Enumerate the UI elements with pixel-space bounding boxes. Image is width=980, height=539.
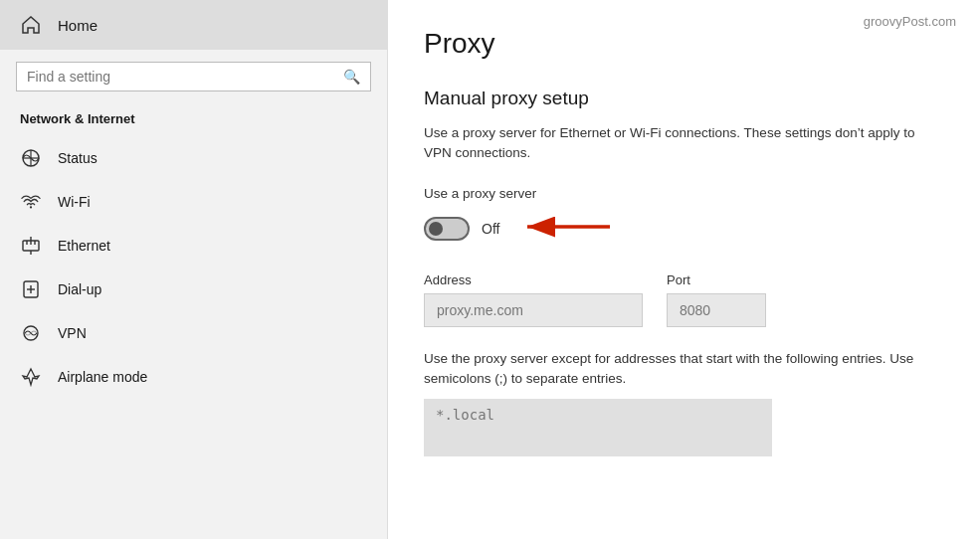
address-input[interactable] [424, 293, 643, 327]
ethernet-icon [20, 235, 42, 257]
proxy-toggle[interactable] [424, 217, 470, 241]
ethernet-label: Ethernet [58, 238, 110, 254]
toggle-thumb [429, 222, 443, 236]
proxy-description: Use a proxy server for Ethernet or Wi-Fi… [424, 123, 944, 164]
section-label: Network & Internet [0, 103, 387, 136]
dialup-label: Dial-up [58, 281, 101, 297]
port-field-group: Port [667, 272, 766, 327]
watermark: groovyPost.com [864, 14, 956, 29]
page-title: Proxy [424, 28, 944, 60]
vpn-icon [20, 322, 42, 344]
dialup-icon [20, 278, 42, 300]
sidebar-item-status[interactable]: Status [0, 136, 387, 180]
sidebar-item-dialup[interactable]: Dial-up [0, 268, 387, 311]
toggle-track [424, 217, 470, 241]
address-label: Address [424, 272, 643, 287]
toggle-label: Use a proxy server [424, 186, 944, 201]
home-icon [20, 14, 42, 36]
home-nav-item[interactable]: Home [0, 0, 387, 50]
address-field-group: Address [424, 272, 643, 327]
toggle-row: Off [424, 211, 944, 247]
port-input[interactable] [667, 293, 766, 327]
sidebar-item-ethernet[interactable]: Ethernet [0, 224, 387, 268]
status-label: Status [58, 150, 98, 166]
search-icon: 🔍 [343, 69, 360, 85]
home-label: Home [58, 17, 98, 34]
search-input[interactable] [27, 69, 343, 85]
section-title: Manual proxy setup [424, 88, 944, 109]
exceptions-textarea[interactable] [424, 399, 772, 456]
red-arrow-annotation [515, 211, 615, 247]
toggle-state: Off [482, 221, 499, 237]
search-box-container: 🔍 [0, 50, 387, 103]
fields-row: Address Port [424, 272, 944, 327]
sidebar: Home 🔍 Network & Internet Status [0, 0, 388, 539]
exceptions-description: Use the proxy server except for addresse… [424, 349, 944, 390]
port-label: Port [667, 272, 766, 287]
status-icon [20, 147, 42, 169]
wifi-label: Wi-Fi [58, 194, 91, 210]
airplane-icon [20, 366, 42, 388]
sidebar-item-wifi[interactable]: Wi-Fi [0, 180, 387, 224]
airplane-label: Airplane mode [58, 369, 147, 385]
vpn-label: VPN [58, 325, 87, 341]
search-box[interactable]: 🔍 [16, 62, 371, 91]
sidebar-item-airplane[interactable]: Airplane mode [0, 355, 387, 399]
wifi-icon [20, 191, 42, 213]
main-content: groovyPost.com Proxy Manual proxy setup … [388, 0, 980, 539]
sidebar-item-vpn[interactable]: VPN [0, 311, 387, 355]
